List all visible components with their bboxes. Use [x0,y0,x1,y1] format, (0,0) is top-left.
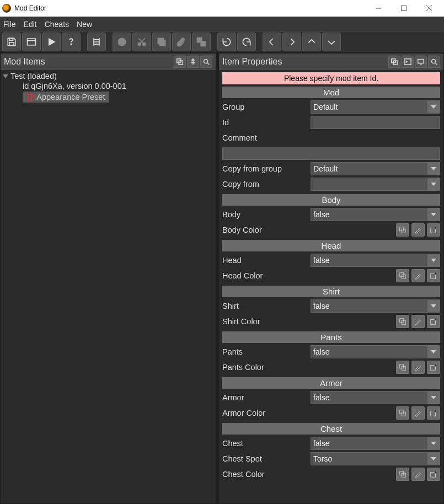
chevron-down-icon [427,300,440,312]
copy-icon[interactable] [152,33,171,51]
svg-line-30 [435,63,437,65]
window-titlebar: Mod Editor [0,0,444,17]
label-pants-color: Pants Color [222,363,311,372]
svg-rect-43 [431,320,436,325]
copy-color-icon[interactable] [396,361,409,374]
add-color-icon[interactable] [427,269,440,282]
arrow-left-icon[interactable] [263,33,281,51]
svg-rect-58 [431,473,436,478]
copy-color-icon[interactable] [396,269,409,282]
svg-rect-53 [431,411,436,416]
cut-icon[interactable] [132,33,151,51]
label-shirt-color: Shirt Color [222,317,311,326]
help-icon[interactable] [62,33,81,51]
svg-line-23 [207,63,210,65]
id-input[interactable] [311,116,440,129]
copy-from-group-select[interactable]: Default [311,162,440,175]
edit-color-icon[interactable] [411,361,425,374]
section-armor: Armor [222,377,440,389]
clip-icon[interactable] [172,33,191,51]
close-button[interactable] [416,0,442,17]
label-comment: Comment [222,133,311,142]
monitor-icon[interactable] [415,56,427,68]
duplicate-icon[interactable] [192,33,211,51]
chevron-down-icon[interactable] [3,74,8,78]
label-copy-from-group: Copy from group [222,164,311,173]
tree-item-tag[interactable]: []*Appearance Preset [23,92,109,103]
pants-select[interactable]: false [311,345,440,358]
terminal-icon[interactable] [402,56,414,68]
save-icon[interactable] [2,33,21,51]
tree-subtitle-label: id qGjn6Xa, version 0.00-001 [23,82,126,90]
redo-icon[interactable] [237,33,256,51]
svg-rect-27 [418,60,424,63]
svg-point-29 [432,60,436,63]
search-icon[interactable] [200,56,212,68]
label-armor: Armor [222,393,311,402]
dup-window-icon[interactable] [388,56,400,68]
copy-color-icon[interactable] [396,468,409,481]
error-banner: Please specify mod item Id. [222,72,440,84]
menu-edit[interactable]: Edit [24,20,37,29]
svg-rect-33 [431,228,436,233]
group-select[interactable]: Default [311,100,440,114]
head-select[interactable]: false [311,254,440,267]
edit-color-icon[interactable] [411,406,425,420]
resource-icon[interactable] [87,33,106,51]
usb-icon[interactable] [187,56,199,68]
add-color-icon[interactable] [427,315,440,328]
tree-root-row[interactable]: Test (loaded) [3,71,213,81]
item-properties-panel: Item Properties Please specify mod item … [218,53,444,504]
tree-item-row[interactable]: []*Appearance Preset [3,91,213,103]
edit-color-icon[interactable] [411,315,425,328]
section-head: Head [222,240,440,251]
play-icon[interactable] [42,33,61,51]
edit-color-icon[interactable] [411,269,425,282]
copy-color-icon[interactable] [396,315,409,328]
add-color-icon[interactable] [427,361,440,374]
add-color-icon[interactable] [427,406,440,420]
minimize-button[interactable] [366,0,391,17]
menu-cheats[interactable]: Cheats [45,20,69,29]
add-color-icon[interactable] [427,468,440,481]
window-title: Mod Editor [14,4,366,12]
svg-rect-38 [431,274,436,279]
svg-marker-8 [49,39,55,45]
armor-select[interactable]: false [311,391,440,404]
menu-new[interactable]: New [77,20,92,29]
arrow-down-icon[interactable] [322,33,341,51]
label-pants: Pants [222,347,311,356]
chevron-down-icon [427,101,440,113]
label-shirt: Shirt [222,302,311,310]
copy-from-select[interactable] [311,178,440,191]
body-select[interactable]: false [311,208,440,221]
svg-rect-48 [431,366,436,371]
window-copy-icon[interactable] [174,56,186,68]
maximize-button[interactable] [391,0,416,17]
chest-spot-select[interactable]: Torso [311,452,440,465]
search-icon[interactable] [428,56,440,68]
edit-color-icon[interactable] [411,468,425,481]
edit-color-icon[interactable] [411,223,425,237]
mod-items-panel: Mod Items Test (loaded) id qGjn6Xa, vers… [0,53,216,504]
block-icon[interactable] [113,33,131,51]
chevron-down-icon [427,178,440,190]
undo-icon[interactable] [217,33,236,51]
comment-input[interactable] [222,147,440,160]
label-group: Group [222,103,311,111]
arrow-up-icon[interactable] [302,33,321,51]
copy-color-icon[interactable] [396,406,409,420]
chevron-down-icon [427,437,440,449]
chevron-down-icon [427,254,440,266]
label-head: Head [222,256,311,265]
mod-items-tree[interactable]: Test (loaded) id qGjn6Xa, version 0.00-0… [1,70,216,503]
chest-select[interactable]: false [311,437,440,450]
menu-file[interactable]: File [3,20,16,29]
arrow-right-icon[interactable] [282,33,301,51]
add-color-icon[interactable] [427,223,440,237]
copy-color-icon[interactable] [396,223,409,237]
window-icon[interactable] [22,33,41,51]
shirt-select[interactable]: false [311,299,440,313]
label-head-color: Head Color [222,271,311,280]
svg-rect-5 [9,42,14,46]
